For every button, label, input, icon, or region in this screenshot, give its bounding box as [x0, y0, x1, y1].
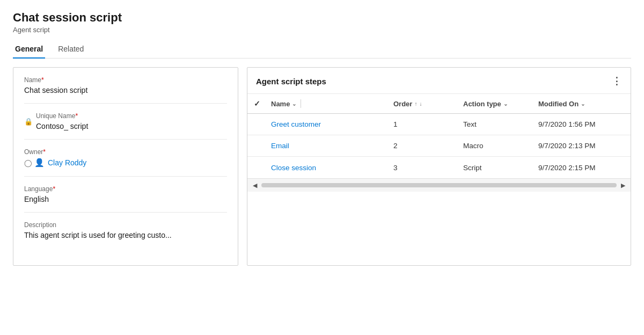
owner-value[interactable]: Clay Roddy — [48, 158, 86, 167]
tab-bar: General Related — [13, 40, 631, 59]
row-check-1 — [247, 119, 267, 130]
tab-general[interactable]: General — [13, 40, 45, 59]
table-header: ✓ Name ⌄ Order ↑ ↓ Action type ⌄ Modifie… — [247, 94, 631, 114]
owner-label: Owner* — [24, 148, 227, 156]
row-action-type-1: Text — [459, 115, 534, 134]
unique-name-value: Contoso_ script — [36, 122, 88, 130]
description-value: This agent script is used for greeting c… — [24, 231, 227, 239]
row-order-2: 2 — [389, 136, 459, 155]
circle-icon: ◯ — [24, 159, 32, 167]
table-row: Close session 3 Script 9/7/2020 2:15 PM — [247, 157, 631, 178]
row-action-type-2: Macro — [459, 136, 534, 155]
name-sort-down-icon: ⌄ — [292, 101, 296, 107]
unique-name-field-group: 🔒 Unique Name* Contoso_ script — [24, 112, 227, 140]
row-check-3 — [247, 162, 267, 173]
action-type-sort-icon: ⌄ — [503, 101, 508, 107]
row-modified-3: 9/7/2020 2:15 PM — [534, 158, 631, 177]
row-name-3[interactable]: Close session — [267, 158, 389, 177]
scroll-right-button[interactable]: ▶ — [619, 181, 627, 190]
page-title: Chat session script — [13, 11, 631, 25]
name-field-group: Name* Chat session script — [24, 76, 227, 104]
description-label: Description — [24, 221, 227, 229]
table-row: Greet customer 1 Text 9/7/2020 1:56 PM — [247, 114, 631, 135]
description-field-group: Description This agent script is used fo… — [24, 221, 227, 248]
more-options-button[interactable]: ⋮ — [612, 75, 622, 87]
header-action-type[interactable]: Action type ⌄ — [459, 98, 534, 110]
scroll-left-button[interactable]: ◀ — [251, 181, 259, 190]
owner-icons: ◯ 👤 — [24, 158, 45, 168]
unique-name-label: Unique Name* — [36, 112, 88, 120]
name-value: Chat session script — [24, 86, 227, 94]
agent-steps-panel: Agent script steps ⋮ ✓ Name ⌄ Order ↑ ↓ … — [247, 67, 631, 266]
page-subtitle: Agent script — [13, 26, 631, 34]
row-action-type-3: Script — [459, 158, 534, 177]
row-name-2[interactable]: Email — [267, 136, 389, 155]
row-modified-2: 9/7/2020 2:13 PM — [534, 136, 631, 155]
modified-on-sort-icon: ⌄ — [581, 101, 585, 107]
panel-header: Agent script steps ⋮ — [247, 68, 631, 94]
panel-title: Agent script steps — [256, 77, 326, 86]
scrollbar-row: ◀ ▶ — [247, 178, 631, 192]
order-sort-down-icon: ↓ — [419, 101, 422, 107]
owner-field-group: Owner* ◯ 👤 Clay Roddy — [24, 148, 227, 177]
form-panel: Name* Chat session script 🔒 Unique Name*… — [13, 67, 238, 266]
content-area: Name* Chat session script 🔒 Unique Name*… — [13, 67, 631, 266]
owner-row: ◯ 👤 Clay Roddy — [24, 158, 227, 168]
language-field-group: Language* English — [24, 185, 227, 213]
table-row: Email 2 Macro 9/7/2020 2:13 PM — [247, 135, 631, 157]
row-modified-1: 9/7/2020 1:56 PM — [534, 115, 631, 134]
row-check-2 — [247, 141, 267, 151]
row-order-1: 1 — [389, 115, 459, 134]
order-sort-up-icon: ↑ — [414, 101, 417, 107]
name-label: Name* — [24, 76, 227, 84]
tab-related[interactable]: Related — [56, 40, 86, 59]
person-icon: 👤 — [34, 158, 45, 168]
row-name-1[interactable]: Greet customer — [267, 115, 389, 134]
language-label: Language* — [24, 185, 227, 193]
header-modified-on[interactable]: Modified On ⌄ — [534, 98, 631, 110]
col-divider-1 — [301, 99, 301, 108]
header-check: ✓ — [247, 97, 267, 110]
lock-icon: 🔒 — [24, 118, 33, 126]
scroll-track[interactable] — [261, 183, 617, 187]
language-value: English — [24, 195, 227, 203]
row-order-3: 3 — [389, 158, 459, 177]
table-body: Greet customer 1 Text 9/7/2020 1:56 PM E… — [247, 114, 631, 178]
header-order[interactable]: Order ↑ ↓ — [389, 98, 459, 110]
header-name[interactable]: Name ⌄ — [267, 97, 389, 110]
